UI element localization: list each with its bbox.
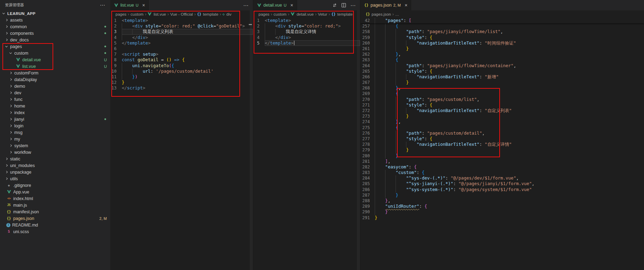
code-line[interactable]: 10 url: '/pages/custom/detail' [110,69,253,74]
explorer-item-workflow[interactable]: workflow [0,149,110,156]
code-line[interactable]: 267 } [360,80,644,85]
breadcrumb-item[interactable]: pages [259,12,269,16]
code-line[interactable]: 282 "easycom": { [360,164,644,170]
explorer-item-pages[interactable]: pages [0,43,110,50]
explorer-item-.gitignore[interactable]: ◆.gitignore [0,182,110,189]
explorer-item-login[interactable]: login [0,122,110,129]
explorer-item-detail.vue[interactable]: detail.vueU [0,56,110,63]
scrollbar[interactable] [357,10,360,270]
breadcrumb-item[interactable]: {}template [197,12,218,16]
code-line[interactable]: 13</script> [110,85,253,91]
code-line[interactable]: 279 } [360,147,644,153]
code-line[interactable]: 281 ], [360,159,644,164]
code-line[interactable]: 261 } [360,46,644,51]
code-line[interactable]: 277 "style": { [360,136,644,142]
code-line[interactable]: 285 "^sys-jianyi-(.*)": "@/pages/jianyi/… [360,181,644,186]
code-line[interactable]: 265 "style": { [360,69,644,74]
tab-pages-json[interactable]: {} pages.json 2, M × [360,0,411,10]
code-line[interactable]: 273 } [360,113,644,119]
code-line[interactable]: 257 { [360,23,644,29]
explorer-item-system[interactable]: system [0,142,110,149]
explorer-item-utils[interactable]: utils [0,175,110,182]
breadcrumb-item[interactable]: custom [130,12,143,16]
code-line[interactable]: 3 我是自定义列表 [110,29,253,34]
code-line[interactable]: 9 uni.navigateTo({ [110,63,253,69]
code-line[interactable]: 280 } [360,153,644,159]
explorer-item-main.js[interactable]: JSmain.js [0,202,110,208]
compare-changes-button[interactable] [332,3,337,8]
code-line[interactable]: 287 } [360,192,644,198]
code-line[interactable]: 258 "path": "pages/jianyi/flowTime/list"… [360,29,644,34]
tab-detail-vue[interactable]: detail.vue U × [253,0,297,10]
explorer-item-dev_docs[interactable]: dev_docs [0,37,110,43]
code-line[interactable]: 7<script setup> [110,51,253,57]
breadcrumb-item[interactable]: … [395,12,399,16]
code-line[interactable]: 276 "path": "pages/custom/detail", [360,130,644,136]
explorer-item-index[interactable]: index [0,109,110,116]
code-line[interactable]: 5</template> [110,40,253,46]
breadcrumb-item[interactable]: pages [116,12,126,16]
breadcrumb-item[interactable]: {}template [332,12,353,16]
code-line[interactable]: 2 <div style="color: red;"> [253,23,360,29]
breadcrumb-item[interactable]: ◇div [223,12,232,16]
code-line[interactable]: 5</template> [253,40,360,46]
explorer-item-my[interactable]: my [0,136,110,142]
explorer-item-demo[interactable]: demo [0,83,110,89]
explorer-item-uni.scss[interactable]: Suni.scss [0,228,110,235]
code-line[interactable]: 268 }, [360,85,644,91]
code-line[interactable]: 263 { [360,57,644,63]
code-line[interactable]: 12} [110,80,253,85]
code-line[interactable]: 288 }, [360,198,644,204]
code-line[interactable]: 4 </div> [110,35,253,40]
breadcrumb-item[interactable]: Vetur [318,12,327,16]
split-editor-button[interactable] [341,3,346,8]
explorer-item-App.vue[interactable]: App.vue [0,189,110,195]
code-line[interactable]: 274 }, [360,119,644,125]
explorer-item-manifest.json[interactable]: {}manifest.json [0,208,110,215]
code-line[interactable]: 8const goDetail = () => { [110,57,253,63]
explorer-item-static[interactable]: static [0,156,110,162]
explorer-item-customForm[interactable]: customForm [0,70,110,76]
code-line[interactable]: 2 <div style="color: red;" @click="goDet… [110,23,253,29]
code-line[interactable]: 278 "navigationBarTitleText": "自定义详情" [360,142,644,147]
code-line[interactable]: 6 [110,46,253,51]
code-line[interactable]: 290 } [360,209,644,215]
scrollbar[interactable] [250,10,253,270]
code-line[interactable]: 291} [360,215,644,221]
code-line[interactable]: 286 "^sys-system-(.*)": "@/pages/system/… [360,187,644,192]
explorer-item-common[interactable]: common [0,23,110,30]
explorer-item-jianyi[interactable]: jianyi [0,116,110,122]
explorer-item-pages.json[interactable]: {}pages.json2, M [0,215,110,222]
breadcrumb-item[interactable]: {}pages.json [366,12,391,16]
explorer-item-dev[interactable]: dev [0,89,110,96]
explorer-item-README.md[interactable]: iREADME.md [0,222,110,228]
more-actions-button[interactable]: ⋯ [350,3,356,8]
close-icon[interactable]: × [405,3,407,8]
more-actions-button[interactable]: ⋯ [243,3,249,8]
code-line[interactable]: 270 "path": "pages/custom/list", [360,97,644,102]
code-line[interactable]: 1<template> [110,18,253,23]
explorer-item-index.html[interactable]: <>index.html [0,195,110,202]
explorer-item-uni_modules[interactable]: uni_modules [0,162,110,169]
breadcrumb-item[interactable]: detail.vue [291,12,313,16]
explorer-item-assets[interactable]: assets [0,17,110,23]
explorer-item-home[interactable]: home [0,103,110,109]
code-line[interactable]: 289 "uniIdRouter": { [360,204,644,209]
code-line[interactable]: 4 </div> [253,35,360,40]
breadcrumb-item[interactable]: Vue - Official [170,12,193,16]
close-icon[interactable]: × [142,3,145,8]
code-line[interactable]: 259 "style": { [360,35,644,40]
explorer-more-actions-button[interactable]: ⋯ [100,2,105,8]
close-icon[interactable]: × [290,3,293,8]
code-line[interactable]: 271 "style": { [360,102,644,108]
code-line[interactable]: 266 "navigationBarTitleText": "新增" [360,74,644,80]
code-line[interactable]: 275 { [360,125,644,130]
code-line[interactable]: 272 "navigationBarTitleText": "自定义列表" [360,108,644,113]
explorer-item-components[interactable]: components [0,30,110,37]
code-line[interactable]: 260 "navigationBarTitleText": "时间组件验证" [360,40,644,46]
code-line[interactable]: 11 }) [110,74,253,80]
explorer-item-unpackage[interactable]: unpackage [0,169,110,175]
code-line[interactable]: 283 "custom": { [360,170,644,175]
sticky-scroll-line[interactable]: 42 "pages": [ [360,18,644,23]
code-line[interactable]: 284 "^sys-dev-(.*)": "@/pages/dev/$1/for… [360,175,644,181]
